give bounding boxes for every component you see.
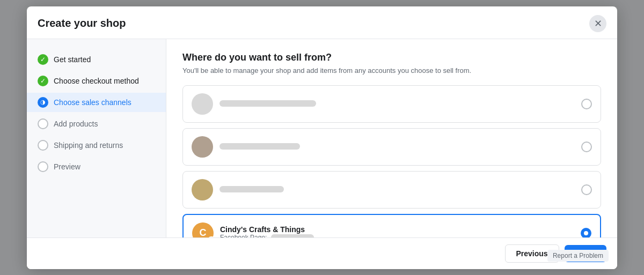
channel-sub-4: Facebook Page: xyxy=(220,234,314,237)
channel-card-4[interactable]: C f Cindy's Crafts & Things Facebook Pag… xyxy=(182,214,601,237)
modal: Create your shop ✕ ✓ Get started ✓ Choos… xyxy=(27,6,617,269)
channel-avatar-4: C f xyxy=(192,222,214,237)
channel-card-left-1 xyxy=(192,93,316,115)
sidebar-label-shipping-returns: Shipping and returns xyxy=(54,141,123,150)
sidebar-label-preview: Preview xyxy=(54,162,80,171)
modal-overlay: Create your shop ✕ ✓ Get started ✓ Choos… xyxy=(0,0,644,275)
channel-name-blur-2 xyxy=(219,143,300,150)
sidebar-label-sales-channels: Choose sales channels xyxy=(54,98,131,107)
sidebar-item-get-started[interactable]: ✓ Get started xyxy=(27,50,166,69)
sidebar-item-checkout-method[interactable]: ✓ Choose checkout method xyxy=(27,71,166,91)
step-icon-get-started: ✓ xyxy=(38,54,48,65)
channel-avatar-1 xyxy=(192,93,213,115)
channel-name-blur-3 xyxy=(219,186,284,192)
channel-info-1 xyxy=(219,100,316,108)
close-icon: ✕ xyxy=(594,18,602,29)
step-icon-add-products xyxy=(38,118,48,129)
channel-card-left-4: C f Cindy's Crafts & Things Facebook Pag… xyxy=(192,222,314,237)
channel-avatar-3 xyxy=(192,179,213,200)
section-subtitle: You'll be able to manage your shop and a… xyxy=(182,66,601,75)
channel-radio-4[interactable] xyxy=(581,228,591,237)
sidebar-item-add-products[interactable]: Add products xyxy=(27,114,166,133)
avatar-letter-4: C xyxy=(200,227,207,237)
modal-header: Create your shop ✕ xyxy=(27,6,617,39)
step-icon-preview xyxy=(38,161,48,172)
main-content: Where do you want to sell from? You'll b… xyxy=(166,39,617,237)
report-problem-link[interactable]: Report a Problem xyxy=(547,250,609,262)
modal-footer: Previous Next xyxy=(27,237,617,269)
modal-body: ✓ Get started ✓ Choose checkout method ◑… xyxy=(27,39,617,237)
channel-radio-2[interactable] xyxy=(581,142,592,152)
section-title: Where do you want to sell from? xyxy=(182,52,601,63)
step-icon-sales-channels: ◑ xyxy=(38,97,48,108)
channel-info-3 xyxy=(219,185,284,194)
channel-card-left-3 xyxy=(192,179,284,200)
sidebar-label-add-products: Add products xyxy=(54,120,98,128)
sidebar-label-checkout-method: Choose checkout method xyxy=(54,77,139,85)
avatar-circle-4: C xyxy=(192,222,214,237)
sidebar-item-sales-channels[interactable]: ◑ Choose sales channels xyxy=(27,93,166,112)
channel-radio-1[interactable] xyxy=(581,99,592,109)
channel-list: C f Cindy's Crafts & Things Facebook Pag… xyxy=(182,85,601,237)
close-button[interactable]: ✕ xyxy=(589,15,606,32)
channel-avatar-2 xyxy=(192,136,213,158)
channel-radio-3[interactable] xyxy=(581,184,592,195)
channel-card-3[interactable] xyxy=(182,171,601,209)
step-icon-shipping-returns xyxy=(38,140,48,151)
sidebar-item-preview[interactable]: Preview xyxy=(27,157,166,176)
channel-info-4: Cindy's Crafts & Things Facebook Page: xyxy=(220,225,314,237)
channel-info-2 xyxy=(219,143,300,151)
sidebar: ✓ Get started ✓ Choose checkout method ◑… xyxy=(27,39,166,237)
channel-card-1[interactable] xyxy=(182,85,601,123)
channel-name-blur-1 xyxy=(219,100,316,107)
channel-card-2[interactable] xyxy=(182,128,601,166)
sidebar-label-get-started: Get started xyxy=(54,55,91,64)
channel-card-left-2 xyxy=(192,136,300,158)
sidebar-item-shipping-returns[interactable]: Shipping and returns xyxy=(27,136,166,155)
step-icon-checkout-method: ✓ xyxy=(38,76,48,86)
channel-name-4: Cindy's Crafts & Things xyxy=(220,225,314,234)
modal-title: Create your shop xyxy=(38,17,126,29)
